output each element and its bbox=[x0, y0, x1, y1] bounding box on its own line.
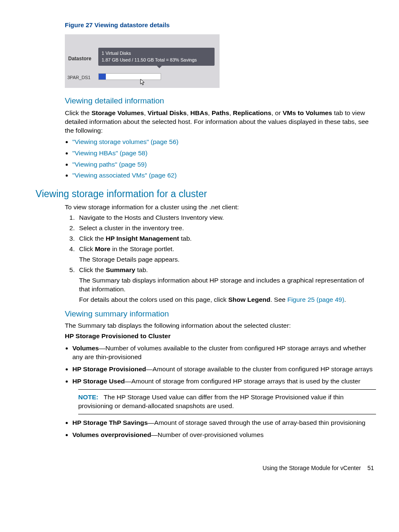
heading-viewing-detailed: Viewing detailed information bbox=[65, 95, 376, 106]
list-item: "Viewing associated VMs" (page 62) bbox=[72, 171, 376, 180]
note-text: The HP Storage Used value can differ fro… bbox=[78, 393, 344, 409]
text-bold: Show Legend bbox=[228, 296, 271, 303]
text: Click the bbox=[79, 235, 106, 242]
figure-caption: Figure 27 Viewing datastore details bbox=[65, 21, 376, 29]
xref-list: "Viewing storage volumes" (page 56) "Vie… bbox=[65, 138, 376, 180]
desc: —Number of over-provisioned volumes bbox=[151, 431, 263, 438]
text: Click bbox=[79, 245, 95, 252]
list-item: "Viewing paths" (page 59) bbox=[72, 160, 376, 169]
text: For details about the colors used on thi… bbox=[79, 296, 228, 303]
list-item: Volumes—Number of volumes available to t… bbox=[72, 344, 376, 362]
tooltip-line1: 1 Virtual Disks bbox=[102, 50, 211, 57]
term: Volumes bbox=[72, 344, 99, 352]
list-item: HP Storage Provisioned—Amount of storage… bbox=[72, 365, 376, 374]
step-sub: The Storage Details page appears. bbox=[79, 255, 376, 264]
desc: —Amount of storage saved through the use… bbox=[148, 419, 365, 426]
term: Volumes overprovisioned bbox=[72, 431, 151, 438]
text-bold: HP Storage Provisioned to Cluster bbox=[65, 332, 171, 339]
list-item: HP Storage Used—Amount of storage from c… bbox=[72, 377, 376, 386]
term: HP Storage ThP Savings bbox=[72, 419, 148, 426]
para-cluster-intro: To view storage information for a cluste… bbox=[65, 203, 376, 212]
list-item: "Viewing storage volumes" (page 56) bbox=[72, 138, 376, 146]
text: Click the bbox=[65, 109, 92, 116]
figure-datastore-label: Datastore bbox=[68, 55, 91, 62]
page-number: 51 bbox=[367, 465, 374, 471]
xref-link[interactable]: "Viewing associated VMs" (page 62) bbox=[72, 172, 176, 179]
tab-name: Replications bbox=[233, 109, 271, 116]
desc: —Number of volumes available to the clus… bbox=[72, 344, 366, 360]
step-item: Click the Summary tab. The Summary tab d… bbox=[77, 266, 376, 304]
figure-row-label: 3PAR_DS1 bbox=[67, 75, 90, 81]
page-footer: Using the Storage Module for vCenter 51 bbox=[23, 464, 376, 472]
step-item: Select a cluster in the inventory tree. bbox=[77, 224, 376, 233]
step-sub: The Summary tab displays information abo… bbox=[79, 276, 376, 294]
tab-name: VMs to Volumes bbox=[283, 109, 332, 116]
tab-name: Virtual Disks bbox=[148, 109, 187, 116]
term: HP Storage Provisioned bbox=[72, 365, 146, 373]
heading-viewing-summary: Viewing summary information bbox=[65, 308, 376, 319]
tab-name: Storage Volumes bbox=[92, 109, 144, 116]
list-item: Volumes overprovisioned—Number of over-p… bbox=[72, 431, 376, 439]
note-label: NOTE: bbox=[78, 393, 98, 401]
figure-tooltip: 1 Virtual Disks 1.87 GB Used / 11.50 GB … bbox=[98, 48, 215, 66]
figure-usage-bar bbox=[98, 73, 161, 80]
footer-text: Using the Storage Module for vCenter bbox=[263, 465, 361, 471]
desc: —Amount of storage from configured HP st… bbox=[125, 378, 360, 385]
tab-name: Paths bbox=[212, 109, 229, 116]
text: tab. bbox=[179, 235, 192, 242]
text-bold: HP Insight Management bbox=[106, 235, 179, 242]
tab-name: HBAs bbox=[190, 109, 208, 116]
tooltip-line2: 1.87 GB Used / 11.50 GB Total = 83% Savi… bbox=[102, 57, 211, 63]
para-summary-intro: The Summary tab displays the following i… bbox=[65, 321, 376, 330]
step-item: Click More in the Storage portlet. The S… bbox=[77, 245, 376, 264]
cursor-icon bbox=[140, 79, 146, 86]
steps-list: Navigate to the Hosts and Clusters Inven… bbox=[65, 213, 376, 304]
list-item: HP Storage ThP Savings—Amount of storage… bbox=[72, 419, 376, 427]
heading-viewing-cluster: Viewing storage information for a cluste… bbox=[36, 188, 376, 200]
para-intro-tabs: Click the Storage Volumes, Virtual Disks… bbox=[65, 109, 376, 135]
text: . bbox=[344, 296, 346, 303]
xref-link[interactable]: "Viewing HBAs" (page 58) bbox=[72, 149, 148, 157]
list-item: "Viewing HBAs" (page 58) bbox=[72, 149, 376, 158]
xref-link[interactable]: Figure 25 (page 49) bbox=[287, 296, 344, 303]
text: tab. bbox=[135, 266, 148, 273]
text: . See bbox=[270, 296, 287, 303]
xref-link[interactable]: "Viewing storage volumes" (page 56) bbox=[72, 138, 179, 145]
definition-list: HP Storage ThP Savings—Amount of storage… bbox=[65, 419, 376, 439]
text-bold: More bbox=[95, 245, 110, 252]
group-heading: HP Storage Provisioned to Cluster bbox=[65, 332, 376, 341]
definition-list: Volumes—Number of volumes available to t… bbox=[65, 344, 376, 386]
step-item: Navigate to the Hosts and Clusters Inven… bbox=[77, 213, 376, 222]
text-bold: Summary bbox=[106, 266, 136, 273]
xref-link[interactable]: "Viewing paths" (page 59) bbox=[72, 161, 147, 168]
note-box: NOTE: The HP Storage Used value can diff… bbox=[78, 389, 376, 414]
text: Click the bbox=[79, 266, 106, 273]
step-sub: For details about the colors used on thi… bbox=[79, 296, 376, 304]
figure-screenshot: Datastore 1 Virtual Disks 1.87 GB Used /… bbox=[65, 34, 220, 88]
figure-usage-bar-fill bbox=[99, 74, 106, 80]
term: HP Storage Used bbox=[72, 378, 125, 385]
text: in the Storage portlet. bbox=[110, 245, 174, 252]
step-item: Click the HP Insight Management tab. bbox=[77, 234, 376, 243]
desc: —Amount of storage available to the clus… bbox=[146, 365, 373, 373]
